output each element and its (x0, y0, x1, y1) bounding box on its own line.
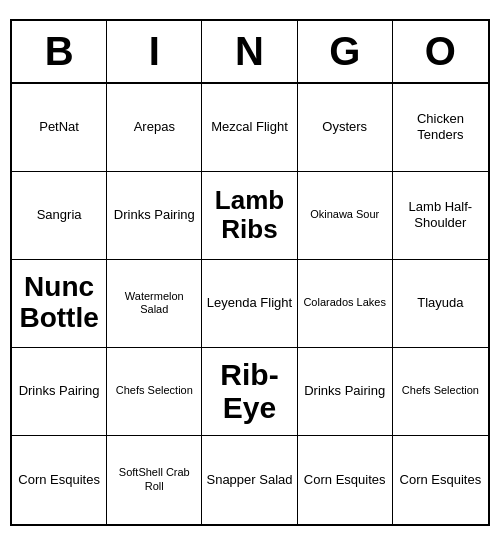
bingo-cell-15: Drinks Pairing (12, 348, 107, 436)
header-i: I (107, 21, 202, 82)
bingo-cell-9: Lamb Half-Shoulder (393, 172, 488, 260)
header-b: B (12, 21, 107, 82)
bingo-cell-19: Chefs Selection (393, 348, 488, 436)
bingo-cell-12: Leyenda Flight (202, 260, 297, 348)
bingo-cell-10: Nunc Bottle (12, 260, 107, 348)
header-o: O (393, 21, 488, 82)
bingo-cell-17: Rib-Eye (202, 348, 297, 436)
header-n: N (202, 21, 297, 82)
bingo-cell-11: Watermelon Salad (107, 260, 202, 348)
bingo-cell-18: Drinks Pairing (298, 348, 393, 436)
bingo-cell-21: SoftShell Crab Roll (107, 436, 202, 524)
bingo-cell-3: Oysters (298, 84, 393, 172)
bingo-cell-14: Tlayuda (393, 260, 488, 348)
bingo-card: B I N G O PetNatArepasMezcal FlightOyste… (10, 19, 490, 526)
bingo-cell-13: Colarados Lakes (298, 260, 393, 348)
bingo-cell-22: Snapper Salad (202, 436, 297, 524)
bingo-grid: PetNatArepasMezcal FlightOystersChicken … (12, 84, 488, 524)
bingo-cell-4: Chicken Tenders (393, 84, 488, 172)
bingo-cell-0: PetNat (12, 84, 107, 172)
header-g: G (298, 21, 393, 82)
bingo-cell-20: Corn Esquites (12, 436, 107, 524)
bingo-cell-5: Sangria (12, 172, 107, 260)
bingo-cell-1: Arepas (107, 84, 202, 172)
bingo-cell-8: Okinawa Sour (298, 172, 393, 260)
bingo-cell-24: Corn Esquites (393, 436, 488, 524)
bingo-cell-16: Chefs Selection (107, 348, 202, 436)
bingo-cell-23: Corn Esquites (298, 436, 393, 524)
bingo-cell-2: Mezcal Flight (202, 84, 297, 172)
bingo-header: B I N G O (12, 21, 488, 84)
bingo-cell-6: Drinks Pairing (107, 172, 202, 260)
bingo-cell-7: Lamb Ribs (202, 172, 297, 260)
